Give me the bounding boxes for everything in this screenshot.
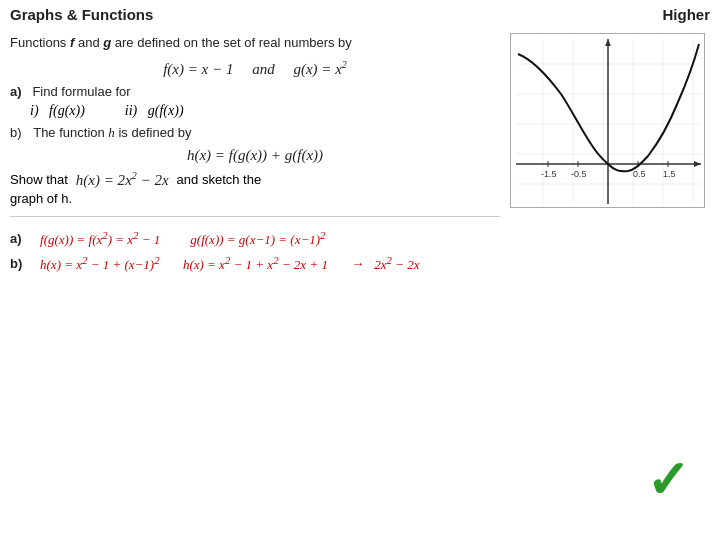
- part-b-formula-line: h(x) = f(g(x)) + g(f(x)): [10, 147, 500, 164]
- and-sketch-text: and sketch the: [177, 172, 262, 187]
- solution-b-expanded: h(x) = x2 − 1 + x2 − 2x + 1: [183, 254, 328, 273]
- arrow-symbol: →: [351, 256, 364, 271]
- parabola-graph: -1.5 -0.5 0.5 1.5: [511, 34, 705, 208]
- page-title: Graphs & Functions: [10, 6, 153, 23]
- checkmark-symbol: ✓: [646, 450, 690, 510]
- solution-a-label: a): [10, 231, 30, 246]
- solution-b-line1: h(x) = x2 − 1 + (x−1)2: [40, 254, 160, 273]
- right-panel: -1.5 -0.5 0.5 1.5: [510, 33, 710, 279]
- show-that-formula: h(x) = 2x2 − 2x: [76, 170, 169, 189]
- sub-part-ii-formula: g(f(x)): [148, 103, 184, 118]
- graph-of-text: graph of h.: [10, 191, 500, 206]
- page-container: Graphs & Functions Higher Functions f an…: [0, 0, 720, 540]
- solution-section: a) f(g(x)) = f(x2) = x2 − 1 g(f(x)) = g(…: [10, 216, 500, 274]
- solution-a-right: g(f(x)) = g(x−1) = (x−1)2: [190, 229, 325, 248]
- sub-part-i-label: i) f(g(x)): [30, 103, 85, 119]
- graph-container: -1.5 -0.5 0.5 1.5: [510, 33, 705, 208]
- solution-a-left: f(g(x)) = f(x2) = x2 − 1: [40, 229, 160, 248]
- sub-part-ii-label: ii) g(f(x)): [125, 103, 184, 119]
- sub-part-i-formula: f(g(x)): [49, 103, 85, 118]
- show-that-text: Show that: [10, 172, 68, 187]
- formula-fg-line: f(x) = x − 1 and g(x) = x2: [10, 59, 500, 78]
- solution-b-row: b) h(x) = x2 − 1 + (x−1)2 h(x) = x2 − 1 …: [10, 254, 500, 273]
- sub-parts: i) f(g(x)) ii) g(f(x)): [30, 103, 500, 119]
- svg-text:-1.5: -1.5: [541, 169, 557, 179]
- solution-b-result: 2x2 − 2x: [374, 254, 419, 273]
- part-b-label: b): [10, 125, 22, 140]
- part-b-text: The function h is defined by: [33, 125, 191, 141]
- solution-b-label: b): [10, 256, 30, 271]
- part-b-line: b) The function h is defined by: [10, 125, 500, 141]
- svg-text:0.5: 0.5: [633, 169, 646, 179]
- main-content: Functions f and g are defined on the set…: [0, 27, 720, 285]
- higher-label: Higher: [662, 6, 710, 23]
- formula-f: f(x) = x − 1 and g(x) = x2: [163, 59, 347, 78]
- svg-text:-0.5: -0.5: [571, 169, 587, 179]
- intro-text: Functions f and g are defined on the set…: [10, 33, 500, 53]
- show-that-line: Show that h(x) = 2x2 − 2x and sketch the: [10, 170, 500, 189]
- part-a-label: a) Find formulae for: [10, 84, 500, 99]
- header: Graphs & Functions Higher: [0, 0, 720, 27]
- intro-label: Functions f and g are defined on the set…: [10, 35, 352, 50]
- part-b-h-formula: h(x) = f(g(x)) + g(f(x)): [187, 147, 323, 164]
- svg-text:1.5: 1.5: [663, 169, 676, 179]
- left-panel: Functions f and g are defined on the set…: [10, 33, 500, 279]
- solution-a-row: a) f(g(x)) = f(x2) = x2 − 1 g(f(x)) = g(…: [10, 229, 500, 248]
